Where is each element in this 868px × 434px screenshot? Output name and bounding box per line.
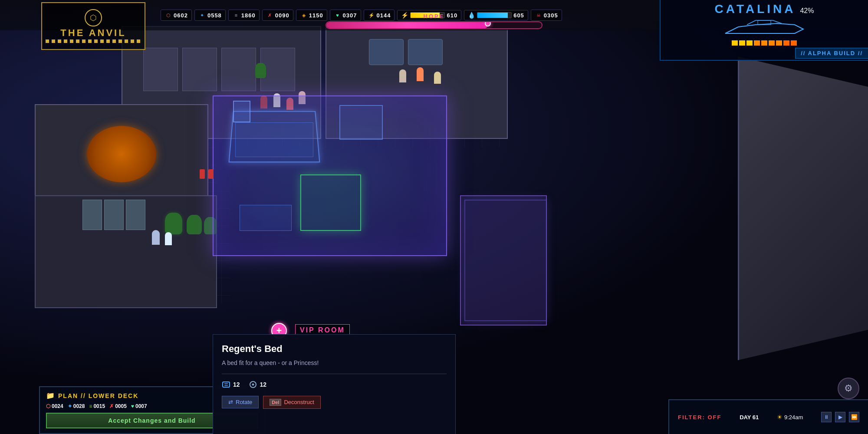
- server-rack-3: [221, 48, 256, 91]
- food-value: 1860: [241, 12, 256, 19]
- day-info: DAY 61: [740, 414, 759, 421]
- holo-side-table: [339, 105, 383, 140]
- vip-room-hologram: [213, 95, 447, 256]
- catalina-ship-outline: [721, 17, 808, 39]
- anvil-title: THE ANVIL: [60, 28, 126, 38]
- fire-ext-1: [200, 169, 205, 179]
- plan-res-icon-1: ⬡: [46, 403, 50, 409]
- server-rack-2: [182, 48, 217, 91]
- sun-icon: ☀: [777, 414, 783, 421]
- rotate-button[interactable]: ⇄ Rotate: [222, 396, 259, 408]
- cost-icon-1: [222, 380, 230, 389]
- play-button[interactable]: ▶: [835, 412, 845, 422]
- info-divider: [222, 374, 447, 374]
- tools-icon-area: ⚙: [838, 378, 859, 399]
- vip-room-label: VIP ROOM: [295, 326, 350, 334]
- fast-forward-button[interactable]: ⏩: [849, 412, 859, 422]
- parts-icon: ✗: [266, 11, 274, 19]
- plan-res-val-1: 0024: [52, 403, 63, 409]
- tech-value: 0558: [207, 12, 222, 19]
- alpha-build-badge: // ALPHA BUILD //: [795, 48, 868, 59]
- equipment-2: [408, 39, 443, 65]
- resource-food: ≡ 1860: [228, 10, 260, 21]
- character-lower-2: [165, 232, 172, 245]
- cat-bar-y1: [732, 40, 738, 46]
- cost-val-2: 12: [260, 381, 267, 388]
- plan-res-icon-4: ✗: [109, 403, 114, 409]
- plant-2: [187, 215, 202, 234]
- resource-people: ⬡ 0602: [161, 10, 192, 21]
- info-panel-title: Regent's Bed: [222, 343, 447, 355]
- deconstruct-button[interactable]: Del Deconstruct: [263, 396, 321, 409]
- plan-res-2: ✦ 0028: [68, 403, 85, 409]
- anvil-logo-icon: ⬡: [85, 9, 102, 26]
- holo-headboard: [233, 101, 250, 122]
- pause-button[interactable]: ⏸: [821, 412, 832, 422]
- info-panel-description: A bed fit for a queen - or a Princess!: [222, 359, 447, 368]
- info-actions: ⇄ Rotate Del Deconstruct: [222, 396, 447, 409]
- locker-2: [104, 200, 124, 230]
- info-panel: Regent's Bed A bed fit for a queen - or …: [213, 334, 456, 434]
- character-lower-1: [152, 230, 160, 245]
- plan-res-val-2: 0028: [73, 403, 85, 409]
- cat-bar-o4: [776, 40, 782, 46]
- generator-object: [87, 126, 156, 182]
- character-right-3: [434, 72, 441, 84]
- resource-tech: ✦ 0558: [194, 10, 226, 21]
- catalina-percent: 42%: [800, 7, 814, 15]
- people-value: 0602: [174, 12, 188, 19]
- bottom-right-panel: FILTER: OFF DAY 61 ☀ 9:24am ⏸ ▶ ⏩: [668, 399, 868, 434]
- plan-res-4: ✗ 0005: [109, 403, 127, 409]
- plan-res-icon-3: ≡: [89, 403, 92, 409]
- cat-bar-r2: [791, 40, 797, 46]
- cat-bar-y3: [746, 40, 753, 46]
- hope-fill: [326, 22, 488, 28]
- hope-bar: [326, 21, 542, 29]
- catalina-bars: [732, 40, 797, 46]
- parts-value: 0090: [275, 12, 289, 19]
- tools-icon[interactable]: ⚙: [838, 378, 859, 399]
- rotate-arrows-icon: ⇄: [228, 399, 233, 405]
- folder-icon: 📁: [46, 391, 56, 400]
- resource-parts: ✗ 0090: [262, 10, 293, 21]
- plan-label-text: PLAN // LOWER DECK: [58, 392, 138, 399]
- lower-right-vip-area: [464, 200, 547, 321]
- catalina-name: CATALINA: [715, 2, 796, 16]
- plan-res-val-5: 0007: [135, 403, 147, 409]
- food-icon: ≡: [232, 11, 240, 19]
- catalina-header: CATALINA 42%: [715, 2, 814, 16]
- svg-rect-1: [223, 382, 230, 387]
- plan-res-1: ⬡ 0024: [46, 403, 63, 409]
- fire-ext-2: [208, 169, 214, 179]
- fuel-value: 1150: [309, 12, 323, 19]
- cost-val-1: 12: [233, 381, 240, 388]
- plan-res-val-4: 0005: [115, 403, 127, 409]
- plant-upper: [255, 63, 266, 78]
- anvil-logo: ⬡ THE ANVIL: [41, 2, 145, 50]
- fuel-icon: ◈: [300, 11, 308, 19]
- holo-mattress: [235, 122, 313, 157]
- character-right-1: [399, 69, 406, 82]
- tech-icon: ✦: [198, 11, 206, 19]
- playback-controls: ⏸ ▶ ⏩: [821, 412, 859, 422]
- cost-item-2: 12: [249, 380, 267, 389]
- rotate-label: Rotate: [236, 399, 252, 405]
- character-right-2: [417, 67, 424, 81]
- plant-1: [165, 213, 182, 234]
- equipment-1: [369, 39, 404, 65]
- anvil-symbol: ⬡: [90, 13, 97, 23]
- damage-value: 0305: [544, 12, 558, 19]
- hope-label: HOPE: [326, 13, 542, 20]
- plan-res-5: ♥ 0007: [131, 403, 147, 409]
- cat-bar-o1: [754, 40, 760, 46]
- hope-bar-container: HOPE: [326, 13, 542, 29]
- cat-bar-o2: [761, 40, 767, 46]
- cat-bar-y2: [739, 40, 745, 46]
- cost-item-1: 12: [222, 380, 240, 389]
- locker-3: [126, 200, 145, 230]
- holo-extra: [240, 205, 292, 231]
- del-badge: Del: [270, 399, 281, 406]
- deconstruct-label: Deconstruct: [284, 399, 314, 405]
- cat-bar-o3: [769, 40, 775, 46]
- plan-res-icon-2: ✦: [68, 403, 72, 409]
